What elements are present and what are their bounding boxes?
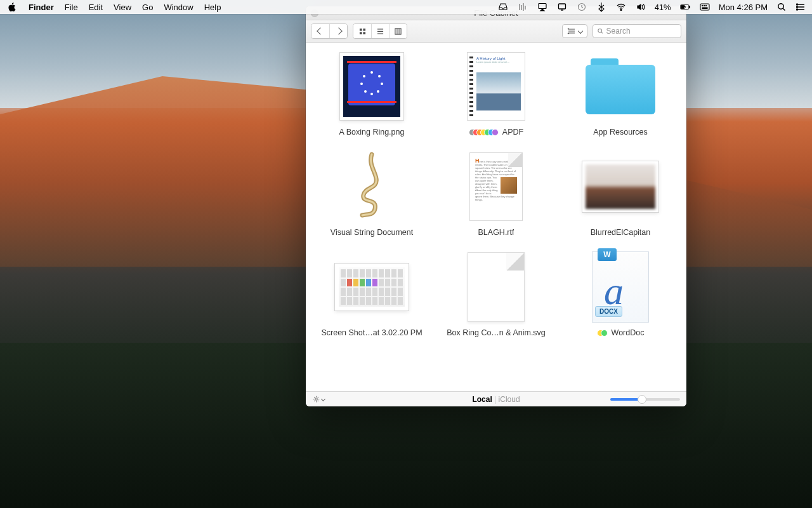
file-name[interactable]: App Resources <box>593 128 647 137</box>
menu-file[interactable]: File <box>65 3 78 12</box>
volume-menu-icon[interactable] <box>635 1 646 13</box>
svg-point-21 <box>598 29 602 33</box>
svg-point-12 <box>778 4 783 9</box>
airplay-menu-icon[interactable] <box>537 1 548 13</box>
svg-rect-0 <box>539 4 546 9</box>
menu-help[interactable]: Help <box>204 3 221 12</box>
battery-menu-icon[interactable] <box>679 1 691 13</box>
icon-size-slider[interactable] <box>610 398 680 401</box>
menu-view[interactable]: View <box>114 3 131 12</box>
gear-icon <box>312 395 320 403</box>
svg-rect-20 <box>395 28 401 34</box>
svg-point-27 <box>364 90 367 93</box>
svg-rect-19 <box>363 32 365 34</box>
column-view-button[interactable] <box>389 24 407 38</box>
action-menu[interactable] <box>312 395 325 403</box>
file-name[interactable]: WordDoc <box>597 328 645 337</box>
battery-percent[interactable]: 41% <box>655 3 671 12</box>
color-tags <box>469 129 499 136</box>
slider-knob[interactable] <box>638 395 646 404</box>
svg-rect-5 <box>689 6 690 8</box>
icon-view-button[interactable] <box>353 24 371 38</box>
menu-edit[interactable]: Edit <box>89 3 103 12</box>
file-grid-area[interactable]: A Boxing Ring.png A History of LightLore… <box>306 43 686 391</box>
file-name[interactable]: BLAGH.rtf <box>478 228 514 237</box>
svg-point-30 <box>315 398 318 401</box>
location-tabs[interactable]: Local | iCloud <box>472 395 520 404</box>
svg-rect-16 <box>359 28 362 30</box>
svg-point-29 <box>363 75 365 77</box>
file-item[interactable]: Box Ring Co…n & Anim.svg <box>434 252 558 337</box>
docx-icon: WaDOCX <box>592 251 649 323</box>
wifi-menu-icon[interactable] <box>615 1 627 13</box>
menu-window[interactable]: Window <box>164 3 193 12</box>
bluetooth-menu-icon[interactable] <box>596 1 607 13</box>
status-bar: Local | iCloud <box>306 391 686 406</box>
forward-button[interactable] <box>329 24 347 38</box>
clock[interactable]: Mon 4:26 PM <box>719 3 768 12</box>
blank-document-icon <box>468 252 525 322</box>
apple-menu[interactable] <box>6 1 18 13</box>
file-name[interactable]: Box Ring Co…n & Anim.svg <box>447 328 546 337</box>
menu-go[interactable]: Go <box>142 3 153 12</box>
file-name[interactable]: A Boxing Ring.png <box>339 128 405 137</box>
menu-app-name[interactable]: Finder <box>29 3 54 12</box>
view-mode-segment <box>353 23 407 39</box>
equalizer-menu-icon[interactable] <box>517 1 528 13</box>
folder-icon <box>586 58 655 114</box>
svg-point-14 <box>797 6 798 8</box>
nav-back-forward <box>311 23 348 39</box>
svg-rect-17 <box>363 28 365 30</box>
arrange-menu[interactable] <box>562 24 587 38</box>
svg-point-24 <box>381 83 383 85</box>
menu-bar: Finder File Edit View Go Window Help 41%… <box>0 0 812 14</box>
file-item[interactable]: A History of LightLorem ipsum dolor sit … <box>434 51 558 137</box>
svg-point-3 <box>620 10 622 11</box>
svg-point-25 <box>377 90 379 93</box>
textinput-menu-icon[interactable] <box>699 1 710 13</box>
display-menu-icon[interactable] <box>556 1 568 13</box>
svg-point-13 <box>797 4 798 5</box>
back-button[interactable] <box>311 24 329 38</box>
svg-point-28 <box>360 83 363 85</box>
svg-point-9 <box>704 5 704 6</box>
finder-window: File Cabinet <box>306 6 686 406</box>
timemachine-menu-icon[interactable] <box>576 1 587 13</box>
svg-rect-7 <box>700 4 709 10</box>
file-item[interactable]: App Resources <box>558 51 683 137</box>
svg-point-10 <box>705 5 706 6</box>
file-item[interactable]: Screen Shot…at 3.02.20 PM <box>310 252 434 337</box>
svg-rect-6 <box>681 5 684 8</box>
list-view-button[interactable] <box>371 24 389 38</box>
search-icon <box>597 27 604 35</box>
svg-point-23 <box>378 75 381 77</box>
spotlight-menu-icon[interactable] <box>776 1 787 13</box>
search-field[interactable] <box>593 24 681 38</box>
inbox-menu-icon[interactable] <box>497 1 509 13</box>
file-item[interactable]: A Boxing Ring.png <box>310 51 434 137</box>
file-name[interactable]: Screen Shot…at 3.02.20 PM <box>321 328 422 337</box>
file-item[interactable]: Here is the crazy ones misfits. The rebe… <box>434 152 558 237</box>
desktop: Finder File Edit View Go Window Help 41%… <box>0 0 812 508</box>
file-name[interactable]: Visual String Document <box>331 228 413 237</box>
file-item[interactable]: BlurredElCapitan <box>558 152 683 237</box>
file-name: APDF <box>469 128 523 137</box>
svg-point-22 <box>370 71 373 74</box>
color-tags <box>597 330 608 337</box>
svg-point-8 <box>702 5 702 6</box>
file-item[interactable]: WaDOCX WordDoc <box>558 252 683 337</box>
file-item[interactable]: Visual String Document <box>310 152 434 237</box>
toolbar <box>306 20 686 43</box>
svg-rect-18 <box>359 32 362 34</box>
file-name[interactable]: BlurredElCapitan <box>591 228 651 237</box>
svg-point-26 <box>370 93 373 95</box>
search-input[interactable] <box>606 27 677 36</box>
svg-point-15 <box>797 9 798 10</box>
svg-rect-1 <box>558 4 565 9</box>
svg-rect-11 <box>702 8 707 8</box>
notification-center-menu-icon[interactable] <box>796 1 807 13</box>
